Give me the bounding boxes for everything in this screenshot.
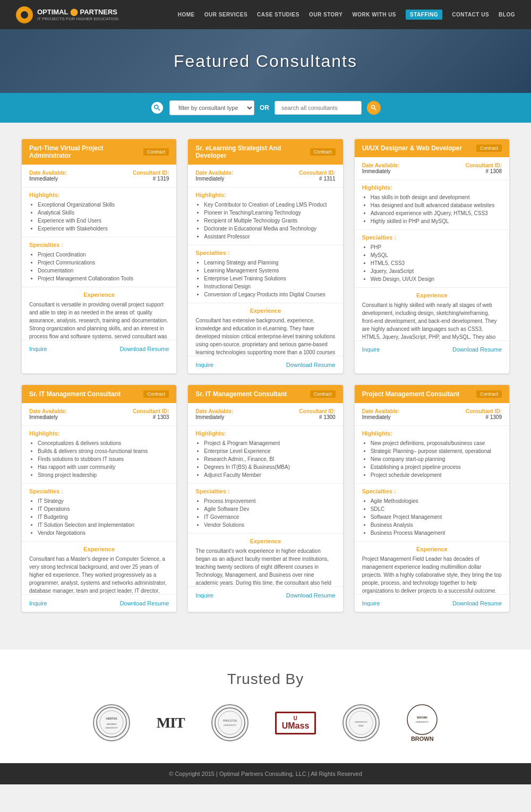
highlight-item: New company start-up planning	[371, 455, 502, 463]
download-resume-link[interactable]: Download Resume	[119, 346, 169, 352]
download-resume-link[interactable]: Download Resume	[286, 592, 336, 599]
specialty-item: IT Solution Selection and Implementation	[38, 521, 169, 529]
specialty-item: Business Process Management	[371, 529, 502, 537]
experience-title: Experience	[195, 538, 335, 544]
highlight-item: Assistant Professor	[204, 233, 335, 241]
highlight-item: Advanced experience with JQuery, HTML5, …	[371, 209, 502, 217]
experience-section: Experience The consultant's work experie…	[188, 534, 342, 587]
highlight-item: Experience with Stakeholders	[38, 225, 169, 233]
cards-grid: Part-Time Virtual Project Administrator …	[21, 139, 510, 612]
id-col: Consultant ID: # 1319	[133, 170, 169, 182]
search-button[interactable]	[367, 101, 381, 115]
id-label: Consultant ID:	[466, 408, 502, 414]
experience-text: Consultant has extensive background, exp…	[195, 317, 335, 356]
nav-home[interactable]: HOME	[178, 12, 195, 18]
highlights-section: Highlights: New project definitions, pro…	[355, 426, 509, 484]
highlight-item: Analytical Skills	[38, 209, 169, 217]
experience-section: Experience Project Management Field Lead…	[355, 542, 509, 595]
svg-point-2	[372, 106, 375, 109]
id-col: Consultant ID: # 1303	[133, 408, 169, 420]
specialty-item: Vendor Solutions	[204, 521, 335, 529]
card-meta: Date Available: Immediately Consultant I…	[188, 403, 342, 426]
specialty-item: Business Analysis	[371, 521, 502, 529]
card-meta: Date Available: Immediately Consultant I…	[188, 165, 342, 187]
highlight-item: Strong project leadership	[38, 471, 169, 479]
card-header: Project Management Consultant Contract	[355, 385, 509, 403]
card-header: Sr. IT Management Consultant Contract	[22, 385, 176, 403]
id-label: Consultant ID:	[299, 170, 335, 176]
experience-text: Project Management Field Leader has deca…	[362, 555, 502, 595]
experience-text: The consultant's work experience in high…	[195, 547, 335, 587]
search-input[interactable]	[275, 101, 362, 115]
svg-point-0	[155, 105, 158, 109]
svg-point-17	[407, 705, 437, 734]
highlight-item: Research Admin., Finance, BI	[204, 455, 335, 463]
consultant-card: UI/UX Designer & Web Developer Contract …	[354, 139, 510, 374]
card-footer: Inquire Download Resume	[355, 595, 509, 612]
nav-contact-us[interactable]: CONTACT US	[452, 12, 489, 18]
date-label: Date Available:	[29, 408, 67, 414]
card-header: Sr. IT Management Consultant Contract	[188, 385, 342, 403]
specialty-item: Jquery, JavaScript	[371, 267, 502, 275]
inquire-link[interactable]: Inquire	[29, 346, 47, 352]
inquire-link[interactable]: Inquire	[195, 362, 213, 368]
specialty-item: PHP	[371, 243, 502, 251]
nav-work-with-us[interactable]: WORK WITH US	[352, 12, 396, 18]
date-value: Immediately	[362, 168, 391, 174]
highlights-section: Highlights: Key Contributor to Creation …	[188, 187, 342, 245]
download-resume-link[interactable]: Download Resume	[286, 362, 336, 368]
download-resume-link[interactable]: Download Resume	[452, 600, 502, 606]
specialties-section: Specialties : IT StrategyIT OperationsIT…	[22, 484, 176, 542]
highlight-item: Pioneer in Teaching/Learning Technology	[204, 209, 335, 217]
specialties-list: PHPMySQLHTML5, CSS3Jquery, JavaScriptWeb…	[362, 243, 502, 283]
specialties-list: IT StrategyIT OperationsIT BudgetingIT S…	[29, 497, 169, 537]
experience-text: Consultant is versatile in providing ove…	[29, 301, 169, 340]
nav-case-studies[interactable]: CASE STUDIES	[257, 12, 299, 18]
card-footer: Inquire Download Resume	[22, 595, 176, 612]
date-value: Immediately	[195, 414, 224, 420]
inquire-link[interactable]: Inquire	[195, 592, 213, 599]
specialty-item: Conversion of Legacy Products into Digit…	[204, 290, 335, 298]
date-col: Date Available: Immediately	[362, 163, 400, 174]
consultant-card: Sr. eLearning Strategist And Developer C…	[187, 139, 343, 374]
logo-princeton: PRINCETON UNIVERSITY	[211, 704, 249, 741]
nav-staffing[interactable]: STAFFING	[406, 10, 442, 20]
card-header: Part-Time Virtual Project Administrator …	[22, 139, 176, 165]
logo: OPTIMAL ⬤ PARTNERS IT PROJECTS FOR HIGHE…	[16, 6, 118, 23]
highlight-item: Project schedule development	[371, 471, 502, 479]
nav-blog[interactable]: BLOG	[499, 12, 515, 18]
inquire-link[interactable]: Inquire	[362, 600, 380, 606]
highlight-item: Finds solutions to stubborn IT issues	[38, 455, 169, 463]
inquire-link[interactable]: Inquire	[362, 346, 380, 353]
logo-sub: IT PROJECTS FOR HIGHER EDUCATION	[37, 16, 118, 21]
highlight-item: New project definitions, proposals/busin…	[371, 439, 502, 447]
svg-text:UNIVERSITY: UNIVERSITY	[105, 726, 118, 729]
card-title: Part-Time Virtual Project Administrator	[29, 144, 143, 159]
highlights-title: Highlights:	[29, 430, 169, 437]
id-col: Consultant ID: # 1311	[299, 170, 335, 182]
id-value: # 1311	[319, 176, 336, 182]
specialty-item: IT Operations	[38, 505, 169, 513]
inquire-link[interactable]: Inquire	[29, 600, 47, 606]
download-resume-link[interactable]: Download Resume	[452, 346, 502, 353]
experience-section: Experience Consultant is versatile in pr…	[22, 287, 176, 340]
nav-services[interactable]: OUR SERVICES	[204, 12, 247, 18]
highlight-item: Highly skilled in PHP and MySQL	[371, 217, 502, 225]
card-meta: Date Available: Immediately Consultant I…	[355, 403, 509, 426]
highlight-item: Project & Program Management	[204, 439, 335, 447]
filter-select[interactable]: filter by consultant type	[169, 100, 254, 115]
consultant-card: Part-Time Virtual Project Administrator …	[21, 139, 177, 374]
nav-our-story[interactable]: OUR STORY	[309, 12, 342, 18]
highlights-title: Highlights:	[362, 184, 502, 191]
svg-point-4	[97, 707, 126, 737]
logo-name: OPTIMAL ⬤ PARTNERS	[37, 8, 118, 16]
specialty-item: Project Communications	[38, 259, 169, 267]
hero-title: Featured Consultants	[174, 52, 357, 71]
card-title: Sr. eLearning Strategist And Developer	[195, 144, 310, 159]
brown-text: BROWN	[411, 736, 434, 742]
highlights-list: Exceptional Organizational SkillsAnalyti…	[29, 201, 169, 233]
download-resume-link[interactable]: Download Resume	[119, 600, 169, 606]
svg-text:PRINCETON: PRINCETON	[222, 720, 236, 722]
specialties-list: Agile MethodologiesSDLCSoftware Project …	[362, 497, 502, 537]
specialties-list: Project CoordinationProject Communicatio…	[29, 251, 169, 283]
